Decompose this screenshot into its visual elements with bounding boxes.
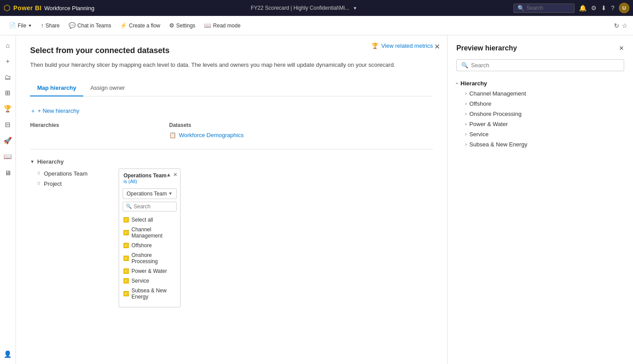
global-search[interactable]: 🔍 (513, 4, 575, 13)
file-icon: 📄 (9, 22, 16, 29)
tree-item-subsea[interactable]: › Subsea & New Energy (465, 139, 624, 149)
tree-chevron-onshore: › (465, 111, 467, 116)
dropdown-select[interactable]: Operations Team ▼ (123, 188, 177, 199)
dropdown-search-icon: 🔍 (126, 203, 132, 209)
dialog-desc: Then build your hierarchy slicer by mapp… (30, 61, 433, 69)
checkbox-select-all[interactable] (124, 217, 129, 222)
right-panel: Preview hierarchy ✕ 🔍 › Hierarchy › Chan… (447, 35, 633, 364)
dropdown-search[interactable]: 🔍 (123, 202, 177, 211)
dropdown-panel: Operations Team is (All) ▲ ✕ Operations … (119, 169, 181, 307)
dropdown-item-channel-mgmt[interactable]: Channel Management (119, 225, 180, 241)
settings-ribbon-button[interactable]: ⚙ Settings (166, 20, 199, 31)
dialog-close-button[interactable]: ✕ (434, 42, 440, 51)
flow-button[interactable]: ⚡ Create a flow (116, 20, 164, 31)
dropdown-search-input[interactable] (134, 203, 174, 210)
flow-icon: ⚡ (120, 22, 127, 29)
sidebar-icon-grid[interactable]: ⊟ (2, 119, 14, 131)
sidebar-icon-trophy[interactable]: 🏆 (2, 103, 14, 115)
app-name: Workforce Planning (44, 5, 94, 11)
dropdown-edit-icon[interactable]: ▲ (166, 172, 171, 178)
view-related-metrics[interactable]: 🏆 View related metrics (371, 42, 433, 49)
settings-icon[interactable]: ⚙ (591, 4, 597, 11)
tree-root-label: Hierarchy (460, 80, 487, 87)
preview-search-input[interactable] (471, 62, 619, 69)
user-avatar[interactable]: U (619, 3, 629, 13)
dropdown-clear-icon[interactable]: ✕ (173, 172, 178, 178)
checkbox-subsea[interactable] (124, 291, 129, 296)
preview-close-button[interactable]: ✕ (619, 45, 624, 52)
file-button[interactable]: 📄 File ▼ (5, 20, 35, 31)
new-hierarchy-button[interactable]: ＋ + New hierarchy (30, 107, 79, 115)
chat-button[interactable]: 💬 Chat in Teams (65, 20, 115, 31)
dropdown-item-onshore[interactable]: Onshore Processing (119, 250, 180, 266)
dropdown-panel-inner: Operations Team is (All) ▲ ✕ Operations … (119, 169, 181, 307)
preview-search[interactable]: 🔍 (456, 59, 624, 71)
star-icon[interactable]: ☆ (622, 22, 628, 29)
sidebar-icon-book[interactable]: 📖 (2, 150, 14, 163)
checkbox-power-water[interactable] (124, 268, 129, 274)
share-button[interactable]: ↑ Share (37, 20, 63, 31)
hierarchies-col: Hierarchies (30, 122, 169, 146)
scorecard-title: FY22 Scorecard | Highly Confidential\Mi.… (251, 5, 349, 11)
tree-item-onshore[interactable]: › Onshore Processing (465, 109, 624, 119)
checkbox-channel-mgmt[interactable] (124, 230, 129, 235)
dropdown-item-power-water[interactable]: Power & Water (119, 266, 180, 276)
scorecard-chevron[interactable]: ▼ (353, 6, 357, 11)
sidebar-icon-apps[interactable]: ⊞ (2, 87, 14, 99)
read-mode-icon: 📖 (204, 22, 211, 29)
checkbox-offshore[interactable] (124, 243, 129, 248)
download-icon[interactable]: ⬇ (601, 4, 606, 11)
sidebar-icon-add[interactable]: ＋ (2, 55, 14, 67)
tree-item-service[interactable]: › Service (465, 129, 624, 139)
read-mode-button[interactable]: 📖 Read mode (201, 20, 244, 31)
tab-assign-owner[interactable]: Assign owner (83, 80, 132, 96)
dataset-badge: 📋 Workforce Demographics (169, 132, 433, 138)
operations-label: Hierarchy (37, 158, 64, 165)
app-logo: ⬡ Power BI Workforce Planning (4, 3, 94, 13)
dropdown-panel-header: Operations Team is (All) ▲ ✕ (119, 172, 180, 186)
hierarchy-item-operations-team: ⠿ Operations Team (30, 169, 112, 179)
search-input[interactable] (526, 5, 571, 11)
search-icon: 🔍 (517, 5, 525, 11)
checkbox-service[interactable] (124, 278, 129, 284)
operations-team-label: Operations Team (44, 170, 88, 177)
hierarchy-item-project: ⠿ Project (30, 179, 112, 189)
drag-handle-project[interactable]: ⠿ (37, 181, 40, 186)
drag-handle-ops[interactable]: ⠿ (37, 171, 40, 176)
tree-item-channel-mgmt[interactable]: › Channel Management (465, 88, 624, 99)
sidebar-icon-avatar[interactable]: 👤 (2, 348, 14, 360)
main-content: ✕ 🏆 View related metrics Select from you… (16, 35, 447, 364)
right-panel-header: Preview hierarchy ✕ (456, 44, 624, 52)
tree-item-offshore[interactable]: › Offshore (465, 99, 624, 109)
checkbox-onshore[interactable] (124, 256, 129, 261)
dropdown-item-offshore[interactable]: Offshore (119, 241, 180, 250)
topbar: ⬡ Power BI Workforce Planning FY22 Score… (0, 0, 633, 16)
tree-chevron-power: › (465, 122, 467, 126)
dataset-icon: 📋 (169, 132, 176, 138)
sidebar-icon-monitor[interactable]: 🖥 (2, 166, 14, 179)
dropdown-item-subsea[interactable]: Subsea & New Energy (119, 286, 180, 302)
notification-icon[interactable]: 🔔 (579, 4, 587, 11)
hierarchy-items-col: ⠿ Operations Team ⠿ Project (30, 169, 119, 307)
operations-header[interactable]: ▼ Hierarchy (30, 158, 433, 165)
tree-item-power-water[interactable]: › Power & Water (465, 119, 624, 129)
tree-chevron-service: › (465, 132, 467, 137)
help-icon[interactable]: ? (611, 4, 614, 11)
dropdown-item-select-all[interactable]: Select all (119, 215, 180, 225)
sidebar-icon-home[interactable]: ⌂ (2, 39, 14, 51)
settings-ribbon-icon: ⚙ (169, 22, 174, 29)
dropdown-item-service[interactable]: Service (119, 276, 180, 286)
topbar-center: FY22 Scorecard | Highly Confidential\Mi.… (98, 5, 510, 11)
hierarchies-col-header: Hierarchies (30, 122, 162, 128)
sidebar-icon-rocket[interactable]: 🚀 (2, 134, 14, 147)
preview-search-icon: 🔍 (461, 62, 468, 69)
trophy-related-icon: 🏆 (371, 42, 378, 49)
datasets-col-header: Datasets (169, 122, 433, 128)
refresh-icon[interactable]: ↻ (614, 22, 619, 29)
tree-root[interactable]: › Hierarchy (456, 78, 624, 88)
ribbon-right: ↻ ☆ (614, 22, 628, 29)
sidebar-icon-folder[interactable]: 🗂 (2, 71, 14, 83)
new-hierarchy-icon: ＋ (30, 107, 36, 115)
ribbon: 📄 File ▼ ↑ Share 💬 Chat in Teams ⚡ Creat… (0, 16, 633, 35)
tab-map-hierarchy[interactable]: Map hierarchy (30, 80, 83, 96)
